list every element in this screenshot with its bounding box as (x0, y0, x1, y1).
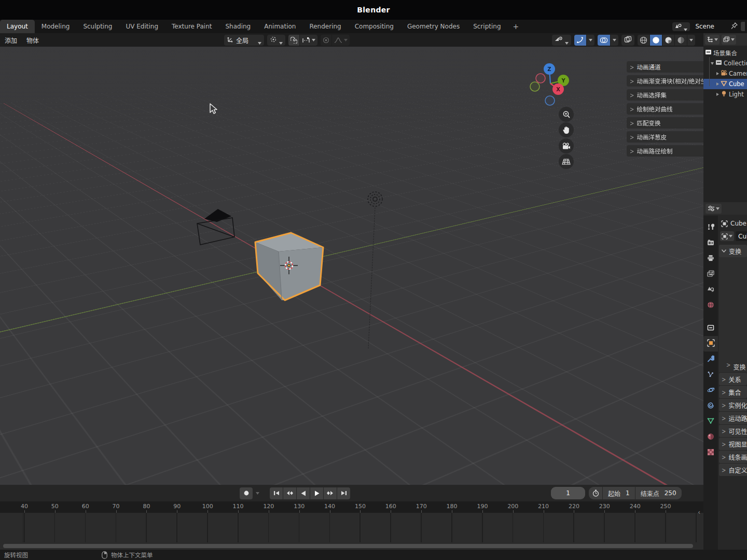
panel-header-实例化[interactable]: >实例化 (719, 399, 747, 411)
workspace-tab-modeling[interactable]: Modeling (35, 20, 77, 33)
properties-tab-render[interactable] (703, 235, 718, 251)
chevron-down-icon[interactable] (256, 492, 259, 495)
delta-transform-subpanel[interactable]: > 变换 (726, 362, 745, 371)
timeline-editor[interactable]: 1 起始 1 结束点 250 4050607080901001101201301… (0, 485, 703, 550)
menu-add[interactable]: 添加 (0, 36, 22, 45)
camera-view-button[interactable] (559, 138, 574, 153)
start-frame-field[interactable]: 起始 1 (603, 487, 635, 499)
outliner-row-collection[interactable]: Collection (703, 58, 747, 68)
navigation-gizmo[interactable]: Z Y X (528, 61, 574, 109)
workspace-tab-layout[interactable]: Layout (0, 20, 35, 33)
expander-open-icon[interactable] (711, 62, 714, 65)
object-name-field[interactable]: Cube (736, 231, 747, 241)
proportional-edit-icon[interactable] (321, 35, 331, 46)
current-frame-field[interactable]: 1 (551, 487, 585, 499)
falloff-curve-icon[interactable] (331, 35, 350, 46)
outliner-row-light[interactable]: Light (703, 89, 747, 100)
gizmos-toggle-group[interactable] (574, 35, 594, 46)
pin-icon[interactable] (731, 22, 738, 31)
editor-type-dropdown[interactable] (706, 204, 722, 214)
gizmo-neg-z[interactable] (545, 96, 555, 105)
chevron-down-icon[interactable] (610, 35, 618, 46)
xray-toggle[interactable] (621, 35, 634, 46)
properties-tab-view-layer[interactable] (703, 267, 718, 282)
properties-tab-world[interactable] (703, 298, 718, 313)
gizmos-icon[interactable] (574, 35, 586, 46)
workspace-tab-rendering[interactable]: Rendering (302, 20, 348, 33)
outliner-display-mode-dropdown[interactable] (722, 35, 736, 45)
perspective-toggle-button[interactable] (559, 154, 574, 169)
properties-tab-collection[interactable] (703, 320, 718, 336)
properties-tab-constraints[interactable] (703, 398, 718, 414)
expander-closed-icon[interactable] (716, 82, 719, 86)
chevron-down-icon[interactable] (586, 35, 594, 46)
properties-tab-modifiers[interactable] (703, 352, 718, 367)
properties-tab-object-data[interactable] (703, 414, 718, 429)
properties-tab-tool[interactable] (703, 220, 718, 235)
3d-viewport[interactable] (0, 47, 703, 485)
timeline-scrollbar[interactable] (3, 544, 693, 548)
overlays-toggle-group[interactable] (598, 35, 618, 46)
magnet-snap-icon[interactable] (288, 35, 299, 46)
transform-orientation-dropdown[interactable]: 全局 (224, 35, 264, 46)
jump-prev-keyframe-button[interactable] (283, 487, 296, 499)
properties-tab-object[interactable] (703, 336, 718, 352)
workspace-tab-texture-paint[interactable]: Texture Paint (165, 20, 218, 33)
workspace-tab-shading[interactable]: Shading (218, 20, 257, 33)
play-button[interactable] (310, 487, 323, 499)
jump-next-keyframe-button[interactable] (324, 487, 337, 499)
properties-tab-scene[interactable] (703, 282, 718, 298)
workspace-tab-sculpting[interactable]: Sculpting (76, 20, 119, 33)
gizmo-neg-x[interactable] (536, 74, 545, 83)
show-object-types-dropdown[interactable] (552, 35, 571, 46)
shading-material-icon[interactable] (662, 35, 674, 46)
workspace-tab-animation[interactable]: Animation (257, 20, 302, 33)
workspace-tab-geometry-nodes[interactable]: Geometry Nodes (400, 20, 466, 33)
outliner-row-cube[interactable]: Cube (703, 79, 747, 89)
expander-closed-icon[interactable] (716, 93, 719, 96)
zoom-button[interactable] (559, 107, 574, 122)
overlays-icon[interactable] (598, 35, 610, 46)
transform-panel-header[interactable]: 变换 (719, 245, 747, 257)
shading-mode-group[interactable] (638, 35, 695, 46)
camera-object[interactable] (193, 205, 241, 249)
timeline-track[interactable] (0, 513, 703, 542)
panel-header-可见性[interactable]: >可见性 (719, 425, 747, 437)
menu-object[interactable]: 物体 (22, 36, 44, 45)
shading-wireframe-icon[interactable] (638, 35, 649, 46)
jump-to-end-button[interactable] (337, 487, 350, 499)
gizmo-neg-y[interactable] (530, 82, 540, 91)
outliner-row-camera[interactable]: Camera (703, 68, 747, 79)
add-workspace-button[interactable]: + (508, 20, 524, 33)
collapse-region-arrow[interactable]: ‹ (698, 509, 700, 516)
snap-target-icon[interactable] (299, 35, 317, 46)
properties-tab-physics[interactable] (703, 383, 718, 398)
chevron-down-icon[interactable] (687, 35, 695, 46)
properties-tab-particles[interactable] (703, 367, 718, 383)
auto-keying-button[interactable] (240, 487, 253, 499)
proportional-editing-controls[interactable] (321, 35, 350, 46)
panel-header-线条画[interactable]: >线条画 (719, 451, 747, 463)
editor-type-dropdown[interactable] (705, 35, 720, 45)
properties-tab-material[interactable] (703, 429, 718, 445)
shading-rendered-icon[interactable] (674, 35, 687, 46)
pan-button[interactable] (559, 122, 574, 137)
panel-header-集合[interactable]: >集合 (719, 386, 747, 398)
workspace-tab-uv-editing[interactable]: UV Editing (119, 20, 165, 33)
end-frame-field[interactable]: 结束点 250 (635, 487, 682, 499)
play-reverse-button[interactable] (297, 487, 310, 499)
workspace-tab-compositing[interactable]: Compositing (348, 20, 400, 33)
browse-scene-button[interactable] (672, 22, 690, 31)
object-id-dropdown[interactable] (720, 231, 734, 241)
properties-tab-output[interactable] (703, 251, 718, 267)
panel-header-视图显示[interactable]: >视图显示 (719, 438, 747, 450)
shading-solid-icon[interactable] (649, 35, 662, 46)
panel-header-运动路径[interactable]: >运动路径 (719, 412, 747, 424)
jump-to-start-button[interactable] (270, 487, 283, 499)
snapping-controls[interactable] (288, 35, 317, 46)
pivot-point-dropdown[interactable] (267, 35, 285, 46)
expander-closed-icon[interactable] (716, 72, 719, 75)
panel-header-自定义属性[interactable]: >自定义属性 (719, 464, 747, 476)
outliner-row-场景集合[interactable]: 场景集合 (703, 48, 747, 58)
timeline-ruler[interactable]: 4050607080901001101201301401501601701801… (0, 501, 703, 513)
